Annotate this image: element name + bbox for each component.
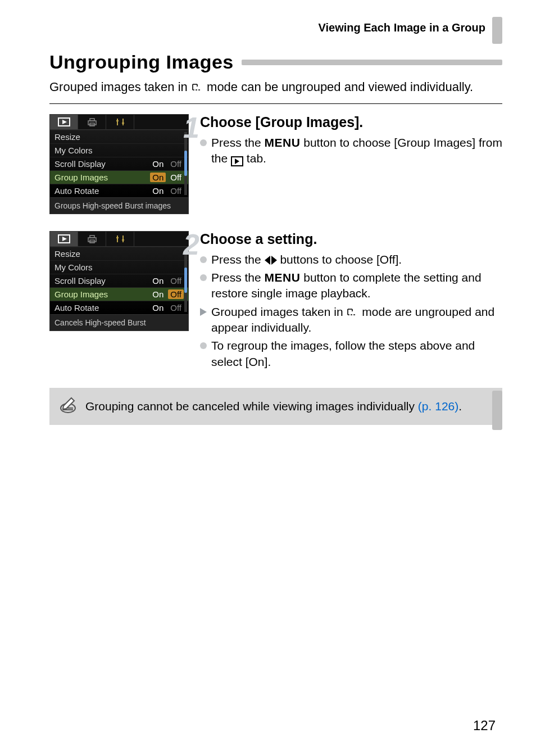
page: Viewing Each Image in a Group Ungrouping… [0,0,536,756]
lcd-row-label: Resize [54,249,184,259]
lcd-tabs [50,232,188,247]
intro-text-1: Grouped images taken in [49,80,191,94]
lcd-row-values: OnOff [150,303,184,313]
lcd-row-label: Auto Rotate [54,303,150,313]
lcd-menu-row: Resize [50,130,188,143]
lcd-screenshot: ResizeMy ColorsScroll DisplayOnOffGroup … [49,114,189,214]
lcd-tab-playback [50,115,78,129]
lcd-value-segment: Off [168,159,184,169]
running-header: Viewing Each Image in a Group [49,21,502,34]
bullet-body: Press the buttons to choose [Off]. [211,252,402,268]
lcd-scroll-thumb [184,151,187,176]
bullet-body: Press the MENU button to complete the se… [211,270,502,302]
step-text-col: 2Choose a setting.Press the buttons to c… [200,231,502,372]
lcd-value-segment: Off [168,303,184,313]
lcd-row-values: OnOff [150,173,184,182]
svg-rect-6 [90,236,94,238]
bullet-dot-icon [200,139,207,146]
burst-mode-icon [346,305,358,318]
lcd-row-label: Group Images [54,289,150,299]
lcd-row-label: Resize [54,132,184,142]
step-image-col: ResizeMy ColorsScroll DisplayOnOffGroup … [49,114,189,214]
step-image-col: ResizeMy ColorsScroll DisplayOnOffGroup … [49,231,189,331]
lcd-scroll-thumb [184,268,187,293]
step-number: 2 [183,228,199,261]
lcd-row-label: My Colors [54,262,184,272]
burst-mode-icon [191,80,207,94]
bullet-dot-icon [200,342,207,349]
lcd-value-segment: On [150,159,166,169]
left-right-arrows-icon [265,256,277,265]
divider [49,103,502,104]
step-title: Choose a setting. [200,231,502,247]
lcd-value-segment: On [150,186,166,196]
lcd-value-segment: On [150,303,166,313]
note-box: Grouping cannot be canceled while viewin… [49,388,502,425]
bullet-dot-icon [200,274,207,281]
lcd-value-segment: Off [168,186,184,196]
lcd-tab-playback [50,232,78,246]
lcd-tab-tools [106,115,134,129]
step-bullet: Press the MENU button to complete the se… [200,270,502,302]
lcd-tab-print [78,232,106,246]
thumb-index-tab [492,17,502,44]
lcd-footer: Cancels High-speed Burst [50,314,188,331]
intro-paragraph: Grouped images taken in mode can be ungr… [49,79,502,96]
step: ResizeMy ColorsScroll DisplayOnOffGroup … [49,231,502,372]
lcd-row-values: OnOff [150,289,184,299]
note-text: Grouping cannot be canceled while viewin… [85,400,462,413]
menu-button-label: MENU [265,271,301,284]
lcd-row-label: Scroll Display [54,159,150,169]
note-tail: . [458,400,462,413]
lcd-menu-row: Auto RotateOnOff [50,184,188,197]
bullet-text-fragment: Press the [211,271,265,284]
bullet-text-fragment: buttons to choose [Off]. [277,253,402,266]
steps-container: ResizeMy ColorsScroll DisplayOnOffGroup … [49,114,502,372]
lcd-menu-row: Resize [50,247,188,260]
heading-bar [242,60,502,65]
note-body: Grouping cannot be canceled while viewin… [85,400,418,413]
bullet-text-fragment: Press the [211,253,265,266]
lcd-menu-row: Scroll DisplayOnOff [50,274,188,287]
lcd-menu-row: Group ImagesOnOff [50,287,188,301]
lcd-body: ResizeMy ColorsScroll DisplayOnOffGroup … [50,130,188,197]
step-bullets: Press the buttons to choose [Off].Press … [200,252,502,370]
bullet-dot-icon [200,256,207,263]
lcd-tab-tools [106,232,134,246]
step-bullet: Press the buttons to choose [Off]. [200,252,502,268]
lcd-tabs [50,115,188,130]
bullet-body: To regroup the images, follow the steps … [211,338,502,370]
lcd-value-segment: Off [168,276,184,286]
bullet-text-fragment: To regroup the images, follow the steps … [211,339,475,368]
page-number: 127 [473,718,496,734]
lcd-value-segment: On [150,173,166,182]
lcd-row-label: My Colors [54,146,184,155]
lcd-value-segment: On [150,289,166,299]
step: ResizeMy ColorsScroll DisplayOnOffGroup … [49,114,502,214]
step-text-col: 1Choose [Group Images].Press the MENU bu… [200,114,502,169]
lcd-value-segment: Off [168,173,184,182]
bullet-text-fragment: tab. [243,152,266,165]
lcd-body: ResizeMy ColorsScroll DisplayOnOffGroup … [50,247,188,314]
page-title: Ungrouping Images [49,51,234,73]
step-bullet: Grouped images taken in mode are ungroup… [200,304,502,336]
step-title: Choose [Group Images]. [200,114,502,130]
lcd-menu-row: Auto RotateOnOff [50,301,188,314]
step-bullet: To regroup the images, follow the steps … [200,338,502,370]
bullet-text-fragment: Press the [211,136,265,149]
result-arrow-icon [200,308,207,316]
note-pencil-icon [58,396,78,417]
heading-row: Ungrouping Images [49,51,502,73]
intro-text-2: mode can be ungrouped and viewed individ… [207,80,473,94]
step-bullets: Press the MENU button to choose [Group I… [200,135,502,167]
lcd-row-values: OnOff [150,159,184,169]
page-ref-link[interactable]: (p. 126) [418,400,458,413]
thumb-index-tab-lower [492,391,502,430]
lcd-footer: Groups High-speed Burst images [50,197,188,214]
lcd-row-label: Scroll Display [54,276,150,286]
bullet-body: Press the MENU button to choose [Group I… [211,135,502,167]
lcd-value-segment: On [150,276,166,286]
playback-tab-icon [231,156,243,166]
lcd-row-label: Group Images [54,173,150,182]
svg-rect-2 [90,119,94,121]
